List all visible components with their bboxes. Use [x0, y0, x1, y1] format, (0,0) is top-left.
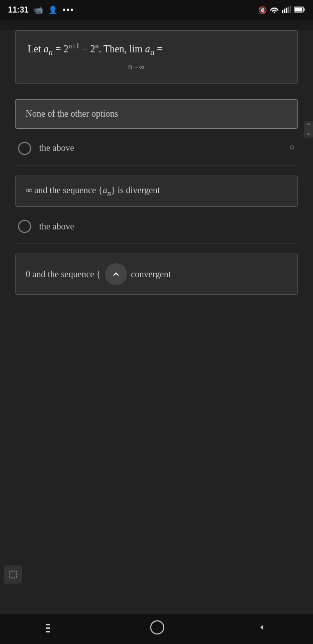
svg-rect-2: [286, 8, 287, 13]
question-text: Let an = 2n+1 − 2n. Then, lim an = n→∞: [28, 41, 285, 73]
radio-label-1: the above: [39, 143, 74, 153]
radio-1[interactable]: [18, 142, 31, 155]
chevron-up-icon: [111, 269, 122, 280]
back-icon: [256, 622, 267, 633]
option-2-label: ∞ and the sequence {an} is divergent: [26, 185, 160, 195]
option-box-3[interactable]: 0 and the sequence { convergent: [15, 254, 298, 295]
svg-rect-7: [295, 8, 302, 12]
radio-2[interactable]: [18, 220, 31, 233]
option-3-label-start: 0 and the sequence {: [26, 269, 101, 280]
screen-record-icon: 📹: [34, 6, 43, 15]
side-dot: [290, 145, 294, 149]
svg-rect-0: [282, 10, 283, 13]
option-radio-row-2[interactable]: the above: [15, 215, 298, 244]
signal-icon: [282, 6, 291, 15]
option-box-2[interactable]: ∞ and the sequence {an} is divergent: [15, 176, 298, 207]
scroll-arrows[interactable]: ⌃ ⌄: [304, 121, 313, 138]
battery-icon: [294, 6, 305, 14]
nav-back-button[interactable]: [256, 621, 267, 636]
main-content: ⌃ ⌄ Let an = 2n+1 − 2n. Then, lim an = n…: [0, 30, 313, 634]
svg-rect-3: [288, 7, 289, 13]
svg-rect-10: [46, 631, 50, 632]
scroll-up-arrow[interactable]: ⌃: [306, 123, 311, 129]
status-bar: 11:31 📹 👤 ••• 🔇: [0, 0, 313, 20]
question-box: Let an = 2n+1 − 2n. Then, lim an = n→∞: [15, 30, 298, 84]
sequence-variable: an: [44, 43, 53, 54]
wifi-icon: [270, 6, 279, 15]
home-circle-icon: [150, 620, 165, 635]
option-block-1: None of the other options the above: [15, 99, 298, 166]
svg-rect-8: [46, 624, 50, 625]
option-1-label: None of the other options: [26, 109, 118, 119]
limit-subscript: n→∞: [28, 63, 144, 71]
svg-point-11: [151, 621, 164, 634]
nav-bar: [0, 614, 313, 644]
radio-label-2: the above: [39, 221, 74, 232]
scroll-down-arrow[interactable]: ⌄: [306, 130, 311, 136]
svg-rect-6: [304, 9, 305, 11]
svg-rect-4: [290, 6, 291, 13]
menu-icon: [46, 623, 59, 633]
person-icon: 👤: [48, 6, 58, 15]
nav-menu-button[interactable]: [46, 621, 59, 636]
svg-rect-1: [284, 9, 285, 13]
options-area: None of the other options the above ∞ an…: [15, 99, 298, 295]
option-radio-row-1[interactable]: the above: [15, 137, 298, 166]
option-3-label-end: convergent: [131, 269, 171, 280]
option-block-2: ∞ and the sequence {an} is divergent the…: [15, 176, 298, 244]
status-bar-right: 🔇: [258, 6, 305, 15]
option-box-1[interactable]: None of the other options: [15, 99, 298, 129]
mute-icon: 🔇: [258, 6, 267, 14]
option-block-3: 0 and the sequence { convergent: [15, 254, 298, 295]
time-display: 11:31: [8, 6, 29, 15]
status-bar-left: 11:31 📹 👤 •••: [8, 6, 74, 15]
nav-home-button[interactable]: [150, 620, 165, 638]
note-icon: [8, 570, 18, 580]
more-icon: •••: [63, 6, 74, 15]
side-note-icon[interactable]: [4, 566, 22, 584]
svg-rect-9: [46, 627, 50, 629]
up-arrow-button[interactable]: [105, 263, 127, 285]
